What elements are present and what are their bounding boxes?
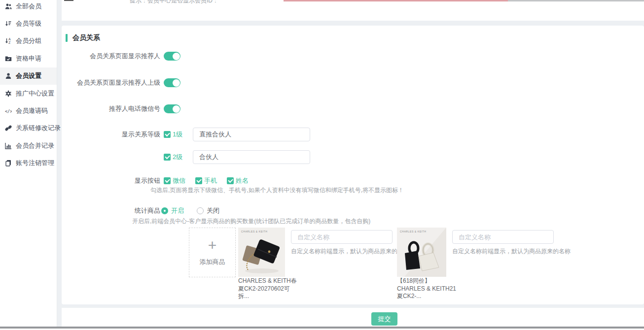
sidebar-item-member-levels[interactable]: 会员等级 bbox=[0, 15, 57, 32]
toggle-row-referrer-contact: 推荐人电话微信号 bbox=[62, 104, 644, 113]
section-gap bbox=[62, 21, 644, 26]
section-title: 会员关系 bbox=[66, 33, 100, 42]
sidebar-menu: 全部会员 会员等级 AZ 会员分组 资格申请 会员设置 bbox=[0, 0, 57, 172]
product1-custom-name-input[interactable] bbox=[291, 230, 393, 244]
sidebar-item-label: 会员邀请码 bbox=[16, 106, 48, 115]
sort-amount-icon bbox=[5, 20, 12, 27]
toggle-label: 会员关系页面显示推荐人上级 bbox=[62, 78, 160, 87]
relation-level-row-2: 2级 bbox=[62, 150, 644, 165]
product-brand-text: CHARLES & KEITH bbox=[400, 230, 426, 233]
phone-checkbox[interactable]: 手机 bbox=[195, 176, 217, 185]
window-bottom-edge bbox=[0, 327, 644, 329]
sidebar-item-invite-code[interactable]: </> 会员邀请码 bbox=[0, 102, 57, 119]
product2-custom-name-input[interactable] bbox=[452, 230, 554, 244]
checkbox-label: 手机 bbox=[204, 176, 217, 185]
member-relation-card: 会员关系 会员关系页面显示推荐人 会员关系页面显示推荐人上级 推荐人电话微信号 … bbox=[62, 26, 644, 304]
checkbox-checked-icon bbox=[164, 177, 171, 184]
product-caption: 【618同价】CHARLES & KEITH21夏CK2-... bbox=[397, 277, 458, 300]
section-title-text: 会员关系 bbox=[72, 33, 100, 42]
sidebar-item-qualification[interactable]: 资格申请 bbox=[0, 50, 57, 67]
show-buttons-label: 显示按钮 bbox=[62, 176, 160, 185]
custom-name-hint: 自定义名称前端显示，默认为商品原来的名称 bbox=[291, 247, 409, 256]
toggle-knob bbox=[173, 105, 180, 113]
sidebar-item-label: 账号注销管理 bbox=[16, 159, 54, 167]
relation-level-row-1: 显示关系等级 1级 bbox=[62, 127, 644, 142]
sidebar-item-label: 会员设置 bbox=[16, 71, 41, 80]
sidebar-item-label: 会员合并记录 bbox=[16, 141, 54, 150]
window-top-edge bbox=[508, 0, 644, 1]
referrer-contact-toggle[interactable] bbox=[164, 104, 180, 113]
sidebar-gutter bbox=[57, 0, 62, 327]
sidebar-item-account-cancel[interactable]: 账号注销管理 bbox=[0, 155, 57, 172]
gear-icon bbox=[5, 90, 12, 97]
show-buttons-row: 显示按钮 微信 手机 姓名 bbox=[62, 176, 644, 185]
product-brand-text: CHARLES & KEITH bbox=[241, 230, 267, 233]
level2-checkbox[interactable]: 2级 bbox=[164, 153, 182, 162]
checkbox-label: 微信 bbox=[173, 176, 185, 185]
checkbox-checked-icon bbox=[164, 154, 171, 161]
stat-goods-hint: 开启后,前端会员中心-客户显示商品的购买数量(统计团队已完成订单的商品数量，包含… bbox=[132, 217, 370, 226]
svg-text:Z: Z bbox=[8, 41, 10, 44]
stat-goods-label: 统计商品 bbox=[62, 206, 160, 215]
radio-unselected-icon bbox=[197, 207, 204, 214]
sidebar-item-label: 会员等级 bbox=[16, 19, 41, 28]
sort-alpha-icon: AZ bbox=[5, 37, 12, 44]
alert-box-remnant bbox=[284, 0, 508, 1]
checkbox-checked-icon bbox=[164, 131, 171, 138]
sidebar-item-label: 资格申请 bbox=[16, 54, 41, 63]
radio-label: 开启 bbox=[171, 206, 184, 215]
title-accent-bar bbox=[66, 34, 68, 42]
stat-off-radio[interactable]: 关闭 bbox=[197, 206, 219, 215]
relation-level-label: 显示关系等级 bbox=[62, 130, 160, 139]
footer-bar: 提交 bbox=[62, 308, 644, 327]
users-icon bbox=[5, 3, 12, 10]
toggle-knob bbox=[173, 79, 180, 87]
add-product-button[interactable]: + 添加商品 bbox=[189, 228, 236, 277]
checkbox-checked-icon bbox=[227, 177, 234, 184]
toggle-label: 推荐人电话微信号 bbox=[62, 104, 160, 113]
sidebar-item-relation-log[interactable]: 关系链修改记录 bbox=[0, 120, 57, 137]
member-id-hint-clipped: 提示：会员中心是否显示会员ID： bbox=[130, 0, 218, 5]
add-product-label: 添加商品 bbox=[200, 258, 225, 266]
toggle-row-show-referrer: 会员关系页面显示推荐人 bbox=[62, 52, 644, 61]
level1-name-input[interactable] bbox=[193, 128, 310, 141]
code-icon: </> bbox=[5, 107, 12, 114]
toggle-knob bbox=[173, 53, 180, 60]
product-image: CHARLES & KEITH bbox=[397, 228, 446, 277]
level1-checkbox[interactable]: 1级 bbox=[164, 130, 182, 139]
sidebar-item-label: 全部会员 bbox=[16, 2, 41, 11]
show-referrer-upline-toggle[interactable] bbox=[164, 78, 180, 87]
sidebar-item-member-settings[interactable]: 会员设置 bbox=[0, 67, 57, 85]
file-copy-icon bbox=[5, 160, 12, 166]
checkbox-checked-icon bbox=[195, 177, 202, 184]
toggle-row-show-referrer-upline: 会员关系页面显示推荐人上级 bbox=[62, 78, 644, 87]
svg-text:</>: </> bbox=[5, 109, 12, 114]
link-icon bbox=[5, 125, 12, 132]
level2-name-input[interactable] bbox=[193, 150, 310, 164]
sidebar-item-label: 推广中心设置 bbox=[16, 89, 54, 98]
wechat-checkbox[interactable]: 微信 bbox=[164, 176, 185, 185]
sidebar-item-member-groups[interactable]: AZ 会员分组 bbox=[0, 33, 57, 50]
sidebar-item-merge-log[interactable]: 会员合并记录 bbox=[0, 137, 57, 154]
previous-section-remnant: 提示：会员中心是否显示会员ID： bbox=[62, 0, 644, 21]
product-caption: CHARLES & KEITH春夏CK2-20270602可拆... bbox=[238, 277, 299, 300]
bar-chart-icon bbox=[5, 142, 12, 149]
name-checkbox[interactable]: 姓名 bbox=[227, 176, 249, 185]
show-buttons-hint: 勾选后,页面将显示下级微信、手机号,如果个人资料中没有填写微信和绑定手机号,将不… bbox=[150, 186, 404, 195]
radio-label: 关闭 bbox=[207, 206, 219, 215]
product-image: CHARLES & KEITH bbox=[238, 228, 285, 277]
folder-check-icon bbox=[5, 55, 12, 62]
sidebar: 全部会员 会员等级 AZ 会员分组 资格申请 会员设置 bbox=[0, 0, 57, 327]
sidebar-item-label: 关系链修改记录 bbox=[16, 124, 61, 132]
checkbox-label: 1级 bbox=[173, 130, 182, 139]
custom-name-hint: 自定义名称前端显示，默认为商品原来的名称 bbox=[452, 247, 571, 256]
stat-goods-row: 统计商品 开启 关闭 bbox=[62, 206, 644, 215]
submit-button[interactable]: 提交 bbox=[371, 312, 397, 326]
scrollbar-remnant bbox=[64, 0, 73, 1]
radio-selected-icon bbox=[161, 207, 168, 214]
sidebar-item-promotion-settings[interactable]: 推广中心设置 bbox=[0, 85, 57, 102]
plus-icon: + bbox=[208, 239, 217, 252]
stat-on-radio[interactable]: 开启 bbox=[161, 206, 184, 215]
sidebar-item-all-members[interactable]: 全部会员 bbox=[0, 0, 57, 15]
show-referrer-toggle[interactable] bbox=[164, 52, 180, 61]
